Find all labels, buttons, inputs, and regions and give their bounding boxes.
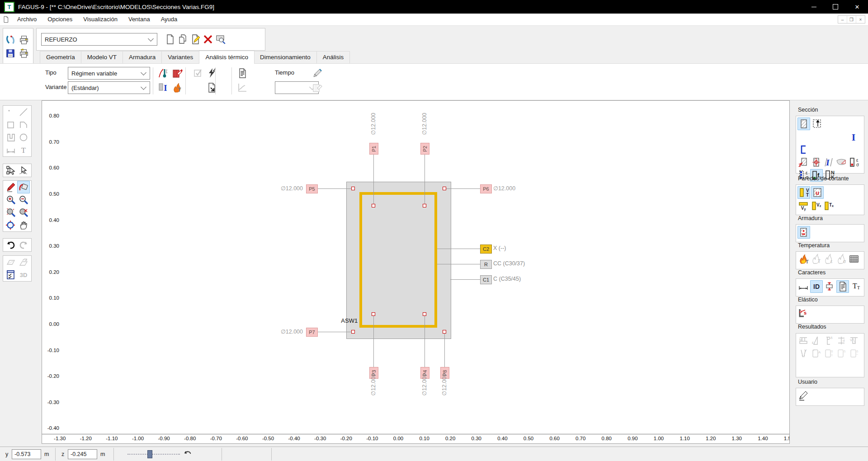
section-skew-icon[interactable]: I xyxy=(823,156,835,168)
point-label[interactable]: P1 xyxy=(369,143,378,155)
strain-stress-icon[interactable]: εσ xyxy=(848,156,860,168)
fill-bucket-icon[interactable] xyxy=(17,181,30,193)
3d-settings-icon[interactable] xyxy=(5,268,17,281)
result-deflection-icon[interactable]: δ xyxy=(823,335,835,347)
result-depth-icon[interactable]: d xyxy=(835,335,847,347)
report-icon[interactable] xyxy=(236,67,249,80)
variante-combo[interactable]: (Estándar) xyxy=(68,81,150,94)
tab-armadura[interactable]: Armadura xyxy=(123,51,162,64)
rebar-marker[interactable] xyxy=(372,312,375,316)
new-section-icon[interactable] xyxy=(164,33,176,46)
stress-field-icon[interactable]: σ xyxy=(835,253,847,265)
calculate-icon[interactable] xyxy=(205,67,218,80)
point-tool-icon[interactable] xyxy=(5,106,17,118)
line-tool-icon[interactable] xyxy=(17,106,30,118)
material-label[interactable]: R xyxy=(480,260,492,269)
menu-opciones[interactable]: Opciones xyxy=(42,14,78,25)
print-settings-icon[interactable] xyxy=(18,47,30,59)
rebar-marker[interactable] xyxy=(443,187,446,190)
thermal-curve-icon[interactable] xyxy=(157,67,170,80)
wall-vy-icon[interactable]: Vy xyxy=(797,200,809,212)
mdi-minimize-button[interactable]: – xyxy=(838,16,847,23)
section-select-combo[interactable]: REFUERZO xyxy=(41,33,157,46)
select-nodes-icon[interactable] xyxy=(5,164,17,177)
z-coordinate-field[interactable]: -0.245 xyxy=(68,449,97,459)
save-icon[interactable] xyxy=(5,47,16,59)
menu-ventana[interactable]: Ventana xyxy=(123,14,156,25)
section-move-icon[interactable] xyxy=(797,156,809,168)
elastic-center-icon[interactable]: s xyxy=(797,307,809,319)
menu-visualizacion[interactable]: Visualización xyxy=(78,14,123,25)
drawing-canvas[interactable]: -1.30-1.20-1.10-1.00-0.90-0.80-0.70-0.60… xyxy=(42,100,790,444)
tipo-combo[interactable]: Régimen variable xyxy=(68,67,150,80)
circle-tool-icon[interactable] xyxy=(17,131,30,144)
rebar-dimension-icon[interactable] xyxy=(824,280,835,292)
rebar-marker[interactable] xyxy=(351,330,355,334)
result-delta3-icon[interactable]: δ xyxy=(848,348,860,359)
dimension-tool-icon[interactable] xyxy=(5,144,17,156)
plane-flip-icon[interactable] xyxy=(17,256,30,268)
page-curl-icon[interactable] xyxy=(835,156,847,168)
point-label[interactable]: P7 xyxy=(306,328,318,337)
redo-icon[interactable] xyxy=(17,239,30,251)
text-tool-icon[interactable]: T xyxy=(17,144,30,156)
point-label[interactable]: P6 xyxy=(480,184,492,193)
rebar-marker[interactable] xyxy=(423,204,426,207)
rebar-marker[interactable] xyxy=(372,204,375,207)
ibeam-section-icon[interactable]: I xyxy=(848,131,859,143)
edit-pencil-icon[interactable] xyxy=(5,181,17,193)
user-pencil-icon[interactable] xyxy=(797,390,809,401)
copy-section-icon[interactable] xyxy=(176,33,189,46)
print-preview-icon[interactable] xyxy=(5,34,16,46)
fire-load-icon[interactable]: T xyxy=(171,81,184,94)
mdi-restore-button[interactable]: ❒ xyxy=(847,16,856,23)
delete-section-icon[interactable] xyxy=(202,33,214,46)
text-size-icon[interactable]: T T xyxy=(850,280,862,292)
reinforcement-icon[interactable] xyxy=(797,226,810,239)
section-partial-icon[interactable] xyxy=(811,118,823,129)
zoom-slider-handle[interactable] xyxy=(147,450,152,458)
minimize-button[interactable] xyxy=(803,0,825,14)
zoom-out-icon[interactable] xyxy=(17,193,30,206)
channel-section-icon[interactable] xyxy=(797,144,809,155)
tab-modelo-vt[interactable]: Modelo VT xyxy=(81,51,123,64)
temperature-field-icon[interactable]: T xyxy=(810,253,822,265)
wall-vz-icon[interactable]: Vz xyxy=(810,200,822,212)
result-area-icon[interactable]: A xyxy=(810,348,822,359)
zoom-previous-icon[interactable] xyxy=(17,206,30,219)
zoom-extents-icon[interactable] xyxy=(5,219,17,231)
result-strain-icon[interactable]: ε xyxy=(810,335,822,347)
id-labels-icon[interactable]: ID xyxy=(810,280,823,293)
tab-analisis-termico[interactable]: Análisis térmico xyxy=(199,51,255,64)
section-center-icon[interactable] xyxy=(810,156,822,168)
menu-ayuda[interactable]: Ayuda xyxy=(156,14,183,25)
result-delta2-icon[interactable]: δ xyxy=(835,348,847,359)
reinforcement-frame[interactable] xyxy=(359,192,438,328)
rebar-marker[interactable] xyxy=(351,187,355,190)
print-icon[interactable] xyxy=(18,34,30,46)
polygon-tool-icon[interactable] xyxy=(17,118,30,131)
point-label[interactable]: P2 xyxy=(420,143,429,155)
undo-icon[interactable] xyxy=(5,239,17,251)
material-label[interactable]: C2 xyxy=(480,245,492,254)
zoom-window-icon[interactable] xyxy=(5,206,17,219)
variant-fire-disabled-icon[interactable] xyxy=(311,81,324,94)
result-moment-icon[interactable]: M xyxy=(797,335,809,347)
wall-u-icon[interactable]: u xyxy=(811,186,824,199)
export-report-icon[interactable] xyxy=(205,81,218,94)
plane-icon[interactable] xyxy=(5,256,17,268)
tab-analisis[interactable]: Análisis xyxy=(317,51,350,64)
tab-geometria[interactable]: Geometría xyxy=(40,51,81,64)
time-edit-icon[interactable] xyxy=(311,67,324,80)
preview-section-icon[interactable] xyxy=(214,33,227,46)
result-shear-flow-icon[interactable]: V xyxy=(797,348,809,359)
tab-dimensionamiento[interactable]: Dimensionamiento xyxy=(254,51,317,64)
point-label[interactable]: P5 xyxy=(306,184,318,193)
material-label[interactable]: C1 xyxy=(480,275,492,284)
strain-field-icon[interactable]: ε xyxy=(823,253,835,265)
wall-vt-icon[interactable]: VT xyxy=(797,186,810,199)
validate-icon[interactable] xyxy=(192,67,204,80)
section-temperature-icon[interactable]: I xyxy=(157,81,170,94)
dimension-lines-icon[interactable] xyxy=(797,280,809,292)
fire-active-icon[interactable]: T xyxy=(797,253,809,265)
